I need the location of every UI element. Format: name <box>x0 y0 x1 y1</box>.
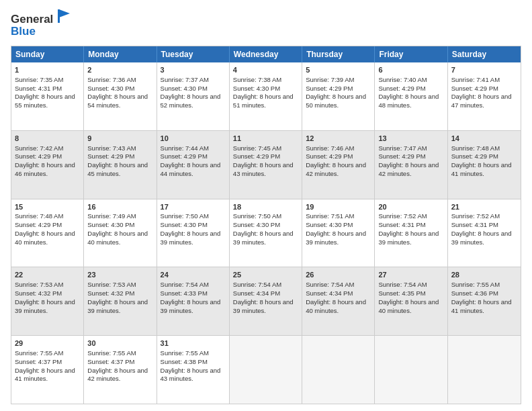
empty-cell <box>302 336 375 404</box>
daylight-text: Daylight: 8 hours and 39 minutes. <box>15 298 75 314</box>
daylight-text: Daylight: 8 hours and 52 minutes. <box>161 93 221 109</box>
sunset-text: Sunset: 4:29 PM <box>306 152 353 160</box>
calendar-day-26: 26Sunrise: 7:54 AMSunset: 4:34 PMDayligh… <box>302 267 375 335</box>
sunset-text: Sunset: 4:34 PM <box>306 289 353 297</box>
calendar-day-17: 17Sunrise: 7:50 AMSunset: 4:30 PMDayligh… <box>157 199 230 267</box>
sunrise-text: Sunrise: 7:50 AM <box>161 212 209 220</box>
day-number: 1 <box>15 65 80 75</box>
day-header-saturday: Saturday <box>448 46 521 62</box>
sunset-text: Sunset: 4:31 PM <box>378 221 425 228</box>
empty-cell <box>448 336 521 404</box>
day-number: 19 <box>306 202 371 212</box>
daylight-text: Daylight: 8 hours and 45 minutes. <box>87 161 148 177</box>
sunset-text: Sunset: 4:32 PM <box>87 289 134 297</box>
header: General Blue <box>11 8 521 40</box>
calendar-day-25: 25Sunrise: 7:54 AMSunset: 4:34 PMDayligh… <box>230 267 302 335</box>
calendar-day-5: 5Sunrise: 7:39 AMSunset: 4:29 PMDaylight… <box>302 62 375 130</box>
week-row-2: 8Sunrise: 7:42 AMSunset: 4:29 PMDaylight… <box>11 131 521 199</box>
sunset-text: Sunset: 4:29 PM <box>451 85 498 92</box>
day-header-wednesday: Wednesday <box>230 46 302 62</box>
sunset-text: Sunset: 4:29 PM <box>378 85 425 92</box>
calendar-body: 1Sunrise: 7:35 AMSunset: 4:31 PMDaylight… <box>11 62 521 404</box>
daylight-text: Daylight: 8 hours and 43 minutes. <box>161 367 221 383</box>
sunset-text: Sunset: 4:36 PM <box>451 289 498 297</box>
sunset-text: Sunset: 4:30 PM <box>161 85 208 92</box>
logo-svg: General Blue <box>11 8 71 38</box>
week-row-4: 22Sunrise: 7:53 AMSunset: 4:32 PMDayligh… <box>11 267 521 336</box>
week-row-5: 29Sunrise: 7:55 AMSunset: 4:37 PMDayligh… <box>11 336 521 404</box>
calendar: SundayMondayTuesdayWednesdayThursdayFrid… <box>11 46 521 404</box>
day-number: 3 <box>161 65 226 75</box>
day-number: 11 <box>233 134 298 144</box>
sunset-text: Sunset: 4:29 PM <box>451 152 498 160</box>
day-number: 24 <box>161 270 226 280</box>
daylight-text: Daylight: 8 hours and 40 minutes. <box>87 230 148 246</box>
sunrise-text: Sunrise: 7:51 AM <box>306 212 354 220</box>
week-row-3: 15Sunrise: 7:48 AMSunset: 4:29 PMDayligh… <box>11 199 521 268</box>
day-number: 31 <box>161 338 226 349</box>
sunset-text: Sunset: 4:30 PM <box>306 221 353 228</box>
day-number: 13 <box>378 134 443 144</box>
sunrise-text: Sunrise: 7:53 AM <box>87 281 136 288</box>
sunrise-text: Sunrise: 7:46 AM <box>306 144 354 152</box>
daylight-text: Daylight: 8 hours and 40 minutes. <box>15 230 75 246</box>
daylight-text: Daylight: 8 hours and 39 minutes. <box>306 230 366 246</box>
calendar-day-7: 7Sunrise: 7:41 AMSunset: 4:29 PMDaylight… <box>448 62 521 130</box>
day-header-thursday: Thursday <box>302 46 375 62</box>
day-number: 8 <box>15 134 80 144</box>
sunrise-text: Sunrise: 7:52 AM <box>378 212 427 220</box>
calendar-day-19: 19Sunrise: 7:51 AMSunset: 4:30 PMDayligh… <box>302 199 375 267</box>
calendar-day-8: 8Sunrise: 7:42 AMSunset: 4:29 PMDaylight… <box>11 131 84 199</box>
daylight-text: Daylight: 8 hours and 42 minutes. <box>378 161 439 177</box>
page: General Blue SundayMondayTuesdayWednesda… <box>0 0 532 411</box>
day-number: 6 <box>378 65 443 75</box>
daylight-text: Daylight: 8 hours and 46 minutes. <box>15 161 75 177</box>
daylight-text: Daylight: 8 hours and 39 minutes. <box>161 230 221 246</box>
sunset-text: Sunset: 4:30 PM <box>161 221 208 228</box>
sunset-text: Sunset: 4:30 PM <box>233 221 280 228</box>
calendar-day-16: 16Sunrise: 7:49 AMSunset: 4:30 PMDayligh… <box>84 199 157 267</box>
sunrise-text: Sunrise: 7:36 AM <box>87 76 136 83</box>
sunrise-text: Sunrise: 7:52 AM <box>451 212 500 220</box>
calendar-day-31: 31Sunrise: 7:55 AMSunset: 4:38 PMDayligh… <box>157 336 230 404</box>
svg-text:General: General <box>11 13 53 26</box>
empty-cell <box>375 336 447 404</box>
calendar-header: SundayMondayTuesdayWednesdayThursdayFrid… <box>11 46 521 62</box>
calendar-day-10: 10Sunrise: 7:44 AMSunset: 4:29 PMDayligh… <box>157 131 230 199</box>
sunset-text: Sunset: 4:35 PM <box>378 289 425 297</box>
sunrise-text: Sunrise: 7:54 AM <box>233 281 281 288</box>
sunrise-text: Sunrise: 7:55 AM <box>87 349 136 357</box>
sunset-text: Sunset: 4:30 PM <box>233 85 280 92</box>
sunrise-text: Sunrise: 7:43 AM <box>87 144 136 152</box>
day-number: 28 <box>451 270 517 280</box>
day-number: 9 <box>87 134 152 144</box>
day-number: 12 <box>306 134 371 144</box>
day-number: 21 <box>451 202 517 212</box>
calendar-day-11: 11Sunrise: 7:45 AMSunset: 4:29 PMDayligh… <box>230 131 302 199</box>
daylight-text: Daylight: 8 hours and 39 minutes. <box>233 230 294 246</box>
day-number: 16 <box>87 202 152 212</box>
day-number: 20 <box>378 202 443 212</box>
sunset-text: Sunset: 4:30 PM <box>87 85 134 92</box>
sunset-text: Sunset: 4:37 PM <box>15 358 62 365</box>
day-header-tuesday: Tuesday <box>157 46 230 62</box>
logo: General Blue <box>11 8 71 40</box>
daylight-text: Daylight: 8 hours and 39 minutes. <box>451 230 512 246</box>
sunset-text: Sunset: 4:30 PM <box>87 221 134 228</box>
daylight-text: Daylight: 8 hours and 44 minutes. <box>161 161 221 177</box>
sunset-text: Sunset: 4:29 PM <box>378 152 425 160</box>
sunrise-text: Sunrise: 7:47 AM <box>378 144 427 152</box>
sunrise-text: Sunrise: 7:50 AM <box>233 212 281 220</box>
sunrise-text: Sunrise: 7:55 AM <box>161 349 209 357</box>
day-number: 29 <box>15 338 80 349</box>
day-number: 22 <box>15 270 80 280</box>
sunset-text: Sunset: 4:32 PM <box>15 289 62 297</box>
sunset-text: Sunset: 4:29 PM <box>15 152 62 160</box>
sunset-text: Sunset: 4:33 PM <box>161 289 208 297</box>
sunset-text: Sunset: 4:37 PM <box>87 358 134 365</box>
day-header-friday: Friday <box>375 46 447 62</box>
day-number: 5 <box>306 65 371 75</box>
sunrise-text: Sunrise: 7:48 AM <box>15 212 63 220</box>
day-number: 26 <box>306 270 371 280</box>
daylight-text: Daylight: 8 hours and 40 minutes. <box>378 298 439 314</box>
